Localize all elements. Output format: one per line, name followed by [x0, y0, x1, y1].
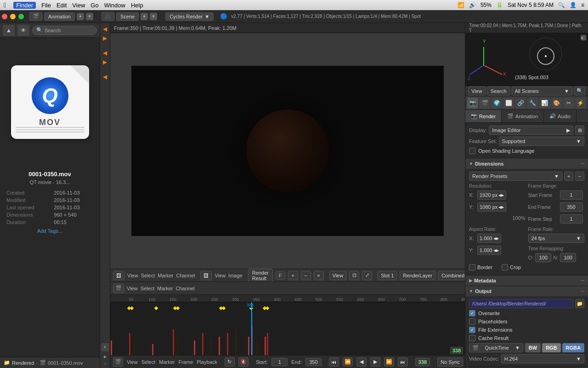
- output-folder-btn[interactable]: 📁: [575, 299, 584, 308]
- editor2-close[interactable]: ×: [150, 13, 157, 20]
- timeline-select-label[interactable]: Select: [141, 286, 155, 291]
- playback-view-label[interactable]: View: [127, 359, 138, 365]
- aspect-x-input[interactable]: 1.000 ◀▶: [477, 234, 501, 243]
- start-frame-field[interactable]: 1: [271, 358, 288, 366]
- view-zoom-btn[interactable]: View: [329, 271, 347, 280]
- render-props-icon[interactable]: 📷: [467, 98, 478, 109]
- zoom-to-fit-btn[interactable]: ⤢: [362, 271, 372, 280]
- modifier-props-icon[interactable]: 🔧: [527, 98, 538, 109]
- resolution-x-input[interactable]: 1920 px ◀▶: [477, 190, 506, 200]
- quicktime-selector[interactable]: 🎬 QuickTime ▼: [469, 343, 523, 352]
- playback-select-label[interactable]: Select: [141, 359, 156, 365]
- display-selector[interactable]: Image Editor ▶: [489, 126, 573, 135]
- vert-add-track[interactable]: +: [101, 343, 109, 351]
- texture-props-icon[interactable]: ✂: [563, 98, 574, 109]
- presets-add-btn[interactable]: +: [564, 172, 573, 181]
- presets-remove-btn[interactable]: −: [575, 172, 584, 181]
- overwrite-checkbox[interactable]: [469, 310, 475, 316]
- timeline-body[interactable]: 5010015020025030035040045050055060065070…: [110, 295, 465, 355]
- bw-button[interactable]: BW: [525, 343, 541, 352]
- playback-frame-label[interactable]: Frame: [178, 359, 193, 365]
- slot-selector[interactable]: Slot 1: [378, 271, 397, 280]
- editor-type-btn[interactable]: 🖼: [200, 271, 212, 280]
- menu-window[interactable]: Window: [104, 2, 125, 9]
- fit-view-btn[interactable]: ⊡: [349, 271, 359, 280]
- end-frame-input[interactable]: 350: [560, 202, 583, 212]
- loop-toggle[interactable]: ↻: [225, 357, 235, 367]
- feature-set-selector[interactable]: Supported ▼: [499, 137, 584, 146]
- menu-finder[interactable]: Finder: [13, 2, 36, 9]
- expand-left-icon[interactable]: ◀: [101, 25, 109, 33]
- collapse-left-icon[interactable]: ▶: [101, 34, 109, 42]
- n-input[interactable]: 100: [560, 253, 576, 262]
- breadcrumb-item-rendered[interactable]: Rendered: [12, 360, 34, 366]
- render-viewport[interactable]: [110, 33, 465, 269]
- jump-to-end-btn[interactable]: ⏭: [398, 357, 408, 367]
- rgb-button[interactable]: RGB: [542, 343, 560, 352]
- object-props-icon[interactable]: ⬜: [503, 98, 514, 109]
- timeline-channel-label[interactable]: Channel: [175, 286, 194, 291]
- editor2-plus[interactable]: +: [141, 13, 148, 20]
- o-input[interactable]: 100: [535, 253, 551, 262]
- view-menu-btn[interactable]: 🖼: [113, 271, 124, 280]
- editor1-name[interactable]: Animation: [44, 12, 75, 21]
- editor2-name[interactable]: Scene: [116, 12, 139, 21]
- collapse-right-icon[interactable]: ▶: [101, 58, 109, 66]
- editor1-close[interactable]: ×: [86, 13, 93, 20]
- render-result-selector[interactable]: Render Result: [248, 269, 273, 282]
- resolution-y-input[interactable]: 1080 px ◀▶: [477, 202, 506, 212]
- rgba-button[interactable]: RGBA: [562, 343, 584, 352]
- scene-props-icon[interactable]: 🎬: [479, 98, 490, 109]
- scene-selector[interactable]: All Scenes ▼: [512, 86, 572, 96]
- current-frame-display[interactable]: 338: [415, 358, 430, 366]
- view-label[interactable]: View: [127, 273, 138, 278]
- user-icon[interactable]: 👤: [570, 2, 577, 8]
- material-props-icon[interactable]: 🎨: [551, 98, 562, 109]
- render-presets-selector[interactable]: Render Presets ▼: [469, 172, 562, 181]
- search-box[interactable]: 🔍 Search: [32, 26, 97, 35]
- timeline-view-label[interactable]: View: [127, 286, 138, 291]
- render-layer-selector[interactable]: RenderLayer: [400, 271, 435, 280]
- breadcrumb-item-file[interactable]: 0001-0350.mov: [48, 360, 83, 366]
- jump-to-start-btn[interactable]: ⏮: [329, 357, 339, 367]
- scene-icon[interactable]: 🎬: [113, 284, 124, 293]
- image-label[interactable]: Image: [228, 273, 243, 278]
- output-header[interactable]: ▼ Output ···: [465, 286, 588, 296]
- aspect-y-input[interactable]: 1.000 ◀▶: [477, 246, 501, 255]
- placeholders-checkbox[interactable]: [469, 318, 475, 325]
- channel-label[interactable]: Channel: [176, 273, 195, 278]
- right-view-btn[interactable]: View: [468, 86, 486, 96]
- editor2-selector[interactable]: 🎥: [102, 12, 114, 21]
- marker-label[interactable]: Marker: [158, 273, 173, 278]
- render-tab[interactable]: 📷 Render: [465, 110, 502, 122]
- eye-button[interactable]: 👁: [17, 25, 29, 36]
- play-back-btn[interactable]: ◀: [356, 357, 367, 367]
- menu-file[interactable]: File: [41, 2, 51, 9]
- display-extra-btn[interactable]: ⊞: [575, 126, 584, 135]
- add-tags-link[interactable]: Add Tags...: [6, 228, 94, 234]
- audio-tab[interactable]: 🔊 Audio: [544, 110, 577, 122]
- editor1-selector[interactable]: 🎬: [29, 12, 42, 21]
- border-checkbox[interactable]: [469, 264, 475, 270]
- sync-selector[interactable]: No Sync: [437, 357, 463, 367]
- particles-props-icon[interactable]: ⚡: [575, 98, 586, 109]
- select-label[interactable]: Select: [141, 273, 155, 278]
- audio-toggle[interactable]: 🔇: [238, 357, 249, 367]
- cache-result-checkbox[interactable]: [469, 335, 475, 341]
- add-slot-btn[interactable]: +: [288, 271, 298, 280]
- play-btn[interactable]: ▶: [370, 357, 380, 367]
- metadata-header[interactable]: ▶ Metadata ···: [465, 276, 588, 286]
- search-icon[interactable]: 🔍: [558, 2, 565, 8]
- remove-slot-btn[interactable]: −: [301, 271, 311, 280]
- menu-go[interactable]: Go: [90, 2, 98, 9]
- timeline-playhead[interactable]: [251, 302, 252, 355]
- menu-extras-icon[interactable]: ≡: [581, 2, 584, 8]
- maximize-button[interactable]: [18, 14, 24, 19]
- menu-edit[interactable]: Edit: [57, 2, 67, 9]
- frame-step-input[interactable]: 1: [560, 214, 583, 224]
- combined-selector[interactable]: Combined: [438, 271, 468, 280]
- scene-selector-btn[interactable]: 🎬: [113, 357, 123, 367]
- scene-search-btn[interactable]: 🔍: [574, 86, 585, 96]
- dimensions-header[interactable]: ▼ Dimensions ···: [465, 159, 588, 169]
- right-search-btn[interactable]: Search: [487, 86, 510, 96]
